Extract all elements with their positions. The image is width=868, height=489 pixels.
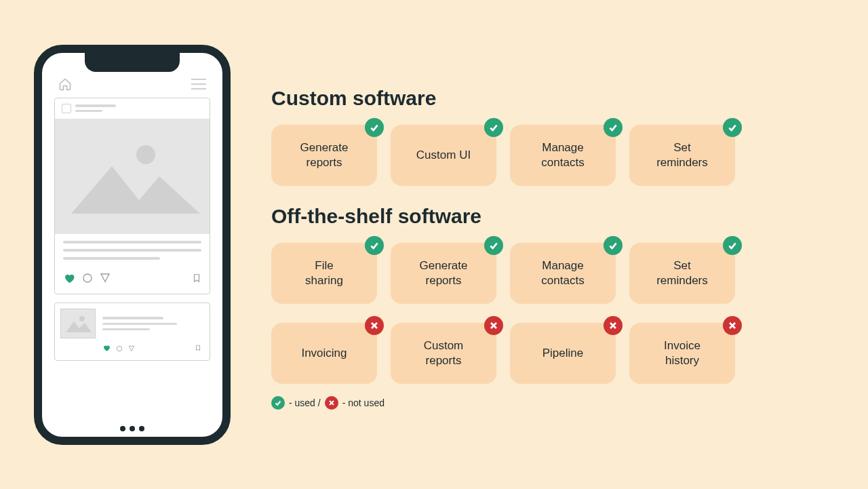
phone-notch bbox=[85, 52, 180, 72]
check-icon bbox=[365, 236, 384, 255]
feature-label: Set reminders bbox=[656, 258, 708, 288]
feature-tile: Manage contacts bbox=[510, 125, 616, 186]
feature-tile: Set reminders bbox=[629, 243, 735, 304]
legend-notused-text: - not used bbox=[342, 397, 384, 408]
feed-card bbox=[54, 98, 210, 294]
cross-icon bbox=[723, 316, 742, 335]
image-placeholder bbox=[55, 119, 210, 234]
feature-tile: Generate reports bbox=[391, 243, 496, 304]
svg-marker-10 bbox=[129, 346, 134, 351]
feature-label: Invoicing bbox=[301, 346, 347, 360]
feature-label: Generate reports bbox=[420, 258, 468, 288]
home-icon bbox=[58, 77, 72, 91]
pager-dots bbox=[120, 426, 144, 431]
feature-tile: Invoicing bbox=[271, 323, 377, 384]
image-placeholder-small bbox=[60, 309, 96, 338]
cross-icon bbox=[604, 316, 623, 335]
feed-card-small bbox=[54, 302, 210, 361]
feature-label: Manage contacts bbox=[541, 140, 584, 170]
ots-grid-notused: InvoicingCustom reportsPipelineInvoice h… bbox=[271, 323, 834, 384]
svg-point-9 bbox=[117, 346, 122, 351]
hamburger-icon bbox=[191, 79, 206, 90]
feature-label: Generate reports bbox=[300, 140, 349, 170]
cross-icon bbox=[325, 396, 338, 410]
feature-label: Set reminders bbox=[656, 140, 708, 170]
feature-label: Pipeline bbox=[542, 346, 584, 360]
feature-tile: Custom reports bbox=[391, 323, 496, 384]
feature-label: Custom UI bbox=[416, 148, 471, 162]
feature-tile: Manage contacts bbox=[510, 243, 616, 304]
share-icon bbox=[128, 343, 135, 355]
diagram-layout: Custom software Generate reportsCustom U… bbox=[34, 45, 834, 445]
feature-tile: Invoice history bbox=[629, 323, 735, 384]
share-icon bbox=[100, 273, 111, 286]
feature-label: Manage contacts bbox=[541, 258, 584, 288]
section-title-custom: Custom software bbox=[271, 87, 834, 110]
check-icon bbox=[484, 118, 503, 137]
custom-grid: Generate reportsCustom UIManage contacts… bbox=[271, 125, 834, 186]
svg-point-5 bbox=[83, 274, 92, 282]
heart-icon bbox=[102, 343, 111, 355]
legend-used-text: - used / bbox=[289, 397, 321, 408]
cross-icon bbox=[484, 316, 503, 335]
feature-label: Custom reports bbox=[424, 338, 464, 368]
feature-label: File sharing bbox=[305, 258, 343, 288]
check-icon bbox=[723, 236, 742, 255]
cross-icon bbox=[365, 316, 384, 335]
svg-marker-6 bbox=[101, 274, 109, 281]
svg-marker-4 bbox=[71, 166, 200, 214]
feature-label: Invoice history bbox=[664, 338, 701, 368]
comment-icon bbox=[82, 273, 93, 286]
bookmark-icon bbox=[192, 272, 201, 287]
phone-screen bbox=[47, 60, 217, 361]
check-icon bbox=[365, 118, 384, 137]
phone-topbar bbox=[54, 77, 210, 98]
legend: - used / - not used bbox=[271, 396, 834, 410]
heart-icon bbox=[63, 272, 75, 287]
svg-point-7 bbox=[79, 316, 85, 321]
bookmark-icon bbox=[195, 343, 201, 355]
check-icon bbox=[604, 236, 623, 255]
svg-marker-8 bbox=[66, 321, 92, 332]
svg-point-3 bbox=[136, 145, 155, 164]
check-icon bbox=[271, 396, 285, 410]
comparison-panel: Custom software Generate reportsCustom U… bbox=[271, 80, 834, 410]
svg-rect-1 bbox=[191, 83, 206, 85]
avatar-icon bbox=[62, 104, 71, 113]
check-icon bbox=[484, 236, 503, 255]
check-icon bbox=[604, 118, 623, 137]
section-title-ots: Off-the-shelf software bbox=[271, 205, 834, 228]
feature-tile: Set reminders bbox=[629, 125, 735, 186]
svg-rect-2 bbox=[191, 88, 206, 90]
check-icon bbox=[723, 118, 742, 137]
comment-icon bbox=[116, 343, 123, 355]
feature-tile: Custom UI bbox=[391, 125, 496, 186]
feature-tile: Pipeline bbox=[510, 323, 616, 384]
svg-rect-0 bbox=[191, 79, 206, 80]
ots-grid-used: File sharingGenerate reportsManage conta… bbox=[271, 243, 834, 304]
feature-tile: File sharing bbox=[271, 243, 377, 304]
phone-mockup bbox=[34, 45, 231, 445]
feature-tile: Generate reports bbox=[271, 125, 377, 186]
